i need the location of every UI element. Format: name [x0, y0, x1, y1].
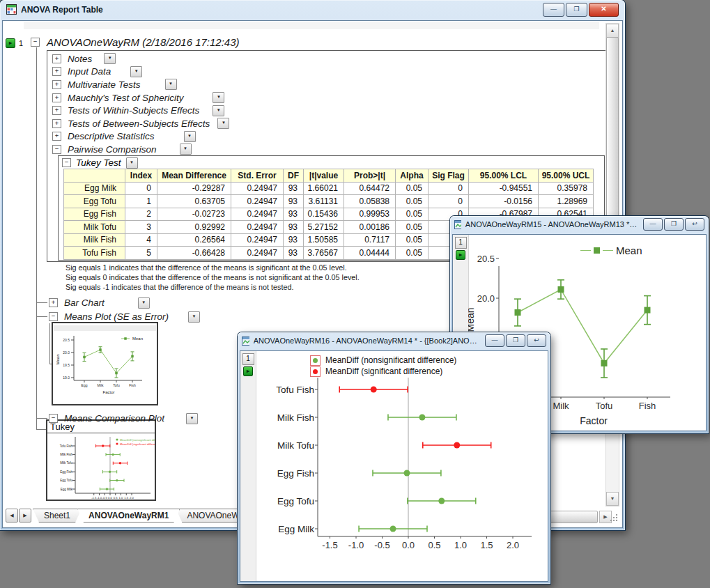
- dropdown-arrow-icon[interactable]: ▼: [186, 413, 198, 424]
- dropdown-arrow-icon[interactable]: ▼: [184, 131, 196, 142]
- recalculate-lock-icon[interactable]: ▸: [6, 38, 15, 48]
- worksheet-icon: [6, 4, 17, 15]
- expand-collapse-icon[interactable]: +: [52, 106, 61, 115]
- close-button[interactable]: ↩: [527, 334, 546, 347]
- tree-item-means-comparison-plot[interactable]: −Means Comparison Plot▼: [49, 412, 198, 425]
- svg-text:-1.0: -1.0: [348, 540, 364, 550]
- expand-collapse-icon[interactable]: −: [49, 312, 58, 321]
- expand-collapse-icon[interactable]: +: [52, 93, 61, 102]
- layer-badge[interactable]: 1: [455, 237, 467, 249]
- table-cell: 0.05: [396, 195, 429, 208]
- table-cell: 0.05: [396, 233, 429, 247]
- recalculate-lock-icon[interactable]: ▸: [243, 366, 253, 376]
- means-comparison-chart: Tofu FishMilk FishMilk TofuEgg FishEgg T…: [256, 351, 548, 582]
- means-comparison-thumbnail[interactable]: Tukey Tofu FishMilk FishMilk TofuEgg Fis…: [46, 419, 156, 501]
- column-header: Std. Error: [231, 169, 284, 183]
- tree-item-bar-chart[interactable]: +Bar Chart▼: [49, 296, 150, 309]
- dropdown-arrow-icon[interactable]: ▼: [213, 105, 224, 116]
- expand-collapse-icon[interactable]: −: [49, 414, 58, 423]
- tab-scroll-right-icon[interactable]: ▶: [19, 509, 31, 523]
- minimize-button[interactable]: —: [543, 3, 564, 17]
- table-cell: 1.28969: [539, 195, 594, 208]
- tree-item-tests-of-within-subjects-effects[interactable]: +Tests of Within-Subjects Effects▼: [52, 104, 605, 117]
- resize-grip[interactable]: [610, 513, 618, 522]
- table-cell: -0.29287: [157, 182, 231, 195]
- minimize-button[interactable]: —: [643, 218, 663, 231]
- tree-item-label: Means Comparison Plot: [64, 413, 164, 424]
- layer-badge[interactable]: 1: [242, 353, 254, 365]
- table-cell: 0.04444: [344, 247, 396, 260]
- svg-text:Factor: Factor: [580, 415, 608, 426]
- dropdown-arrow-icon[interactable]: ▼: [180, 144, 192, 155]
- report-root-node[interactable]: − ANOVAOneWayRM (2/18/2016 17:12:43): [31, 36, 240, 48]
- report-items: +Notes▼+Input Data▼+Multivariate Tests▼+…: [52, 52, 605, 156]
- restore-button[interactable]: ❐: [506, 334, 525, 347]
- svg-text:-0.5: -0.5: [102, 496, 108, 500]
- tree-connector: [49, 323, 50, 364]
- expand-collapse-icon[interactable]: +: [52, 119, 61, 128]
- svg-text:0.0: 0.0: [402, 540, 415, 550]
- table-cell: 0.05: [396, 247, 429, 260]
- svg-text:Milk: Milk: [553, 401, 569, 411]
- minimize-button[interactable]: —: [485, 334, 504, 347]
- dropdown-arrow-icon[interactable]: ▼: [165, 79, 177, 90]
- close-button[interactable]: ✕: [589, 3, 619, 17]
- tree-item-pairwise-comparison[interactable]: −Pairwise Comparison▼: [52, 143, 605, 156]
- tree-item-means-plot-se-as-error-[interactable]: −Means Plot (SE as Error)▼: [49, 310, 200, 323]
- dropdown-arrow-icon[interactable]: ▼: [130, 66, 142, 77]
- close-button[interactable]: ↩: [685, 218, 704, 231]
- dropdown-arrow-icon[interactable]: ▼: [126, 157, 138, 169]
- tree-item-notes[interactable]: +Notes▼: [52, 52, 605, 65]
- tree-item-multivariate-tests[interactable]: +Multivariate Tests▼: [52, 78, 605, 91]
- sheet-tab-sheet1[interactable]: Sheet1: [33, 509, 82, 523]
- tree-item-descriptive-statistics[interactable]: +Descriptive Statistics▼: [52, 130, 605, 144]
- table-cell: 3.61131: [304, 195, 344, 208]
- table-cell: 3: [125, 221, 157, 234]
- report-root-label: ANOVAOneWayRM (2/18/2016 17:12:43): [47, 36, 240, 48]
- restore-button[interactable]: ❐: [664, 218, 684, 231]
- title-bar[interactable]: ANOVAOneWayRM15 - ANOVAOneWayRM13 * - {[…: [450, 216, 709, 233]
- tree-item-label: Multivariate Tests: [68, 79, 141, 90]
- tree-item-input-data[interactable]: +Input Data▼: [52, 65, 605, 79]
- svg-text:Fish: Fish: [639, 401, 656, 411]
- svg-text:1.5: 1.5: [124, 496, 128, 500]
- svg-text:20.5: 20.5: [477, 254, 495, 264]
- expand-collapse-icon[interactable]: +: [52, 67, 61, 76]
- expand-collapse-icon[interactable]: +: [52, 80, 61, 89]
- column-header: Index: [125, 169, 157, 183]
- svg-text:Tofu Fish: Tofu Fish: [60, 444, 73, 448]
- collapse-icon[interactable]: −: [62, 158, 71, 167]
- dropdown-arrow-icon[interactable]: ▼: [104, 53, 116, 64]
- sheet-tab-anovaonewayrm1[interactable]: ANOVAOneWayRM1: [77, 509, 180, 523]
- means-plot-thumbnail[interactable]: 20.520.019.519.0EggMilkTofuFishFactorMea…: [52, 322, 158, 405]
- svg-text:Mean: Mean: [132, 336, 143, 341]
- table-cell: 0.05: [396, 221, 429, 234]
- expand-collapse-icon[interactable]: −: [52, 145, 61, 154]
- collapse-icon[interactable]: −: [31, 38, 40, 47]
- table-row: Egg Tofu10.637050.24947933.611310.058380…: [64, 195, 594, 208]
- dropdown-arrow-icon[interactable]: ▼: [138, 297, 150, 309]
- column-header: 95.00% UCL: [539, 169, 594, 183]
- dropdown-arrow-icon[interactable]: ▼: [188, 311, 200, 323]
- title-bar[interactable]: ANOVA Report Table — ❐ ✕: [0, 0, 625, 19]
- svg-text:0.5: 0.5: [114, 496, 118, 500]
- tree-item-tests-of-between-subjects-effects[interactable]: +Tests of Between-Subjects Effects▼: [52, 117, 605, 130]
- window-title: ANOVAOneWayRM15 - ANOVAOneWayRM13 * - {[…: [465, 220, 639, 229]
- maximize-button[interactable]: ❐: [566, 3, 587, 17]
- dropdown-arrow-icon[interactable]: ▼: [217, 118, 229, 129]
- recalculate-lock-icon[interactable]: ▸: [456, 250, 465, 260]
- expand-collapse-icon[interactable]: +: [52, 132, 61, 141]
- tree-item-mauchly-s-test-of-sphericity[interactable]: +Mauchly's Test of Sphericity▼: [52, 91, 605, 105]
- svg-text:19.0: 19.0: [63, 376, 70, 380]
- svg-text:Tofu: Tofu: [113, 383, 120, 387]
- dropdown-arrow-icon[interactable]: ▼: [213, 92, 224, 103]
- window-title: ANOVA Report Table: [21, 5, 103, 15]
- scroll-down-icon[interactable]: ▼: [606, 492, 619, 506]
- expand-collapse-icon[interactable]: +: [52, 54, 61, 63]
- title-bar[interactable]: ANOVAOneWayRM16 - ANOVAOneWayRM14 * - {[…: [238, 332, 550, 349]
- expand-collapse-icon[interactable]: +: [49, 298, 58, 307]
- tab-scroll-left-icon[interactable]: ◀: [6, 509, 18, 523]
- scroll-up-icon[interactable]: ▲: [606, 24, 619, 38]
- tukey-test-node[interactable]: − Tukey Test ▼: [59, 157, 604, 169]
- table-cell: 0.00186: [344, 221, 396, 234]
